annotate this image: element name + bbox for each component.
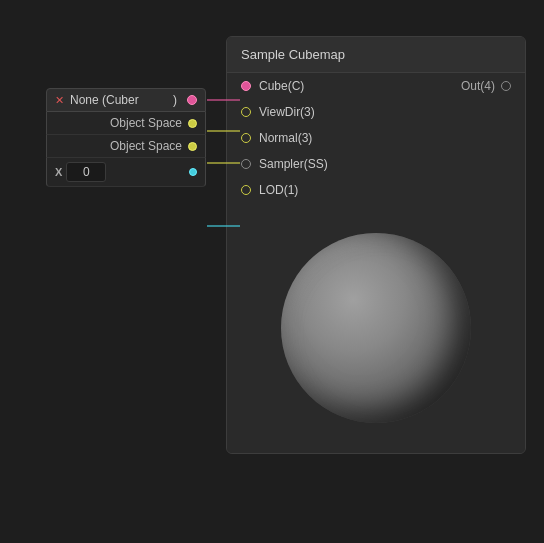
pin-lod-label: LOD(1)	[259, 183, 298, 197]
pin-viewdir-label: ViewDir(3)	[259, 105, 315, 119]
pin-objectspace1-out[interactable]	[188, 119, 197, 128]
pin-normal[interactable]	[241, 133, 251, 143]
pin-normal-label: Normal(3)	[259, 131, 312, 145]
node-title-suffix: )	[173, 93, 177, 107]
pin-row-viewdir[interactable]: ViewDir(3)	[227, 99, 525, 125]
sphere-preview	[227, 203, 525, 453]
x-label: X	[55, 166, 62, 178]
pin-row-sampler[interactable]: Sampler(SS)	[227, 151, 525, 177]
panel-title: Sample Cubemap	[227, 37, 525, 73]
pin-viewdir[interactable]	[241, 107, 251, 117]
panel-body: Out(4) Cube(C) ViewDir(3) Normal(3) Samp…	[227, 73, 525, 453]
pin-lod[interactable]	[241, 185, 251, 195]
pin-row-normal[interactable]: Normal(3)	[227, 125, 525, 151]
pin-x-out[interactable]	[189, 168, 197, 176]
pin-cube[interactable]	[241, 81, 251, 91]
sample-cubemap-panel: Sample Cubemap Out(4) Cube(C) ViewDir(3)…	[226, 36, 526, 454]
node-x-row[interactable]: X 0	[46, 158, 206, 187]
node-output-pin[interactable]	[187, 95, 197, 105]
node-icon: ✕	[55, 94, 64, 107]
preview-sphere	[281, 233, 471, 423]
pin-row-cube[interactable]: Cube(C)	[227, 73, 525, 99]
pin-sampler-label: Sampler(SS)	[259, 157, 328, 171]
left-node: ✕ None (Cuber ) Object Space Object Spac…	[46, 88, 206, 187]
pin-row-lod[interactable]: LOD(1)	[227, 177, 525, 203]
x-value[interactable]: 0	[66, 162, 106, 182]
node-title: None (Cuber	[70, 93, 167, 107]
node-row-objectspace2[interactable]: Object Space	[46, 135, 206, 158]
pin-sampler[interactable]	[241, 159, 251, 169]
pin-cube-label: Cube(C)	[259, 79, 304, 93]
node-title-row[interactable]: ✕ None (Cuber )	[46, 88, 206, 112]
row-label-objectspace1: Object Space	[55, 116, 182, 130]
pin-objectspace2-out[interactable]	[188, 142, 197, 151]
node-row-objectspace1[interactable]: Object Space	[46, 112, 206, 135]
row-label-objectspace2: Object Space	[55, 139, 182, 153]
